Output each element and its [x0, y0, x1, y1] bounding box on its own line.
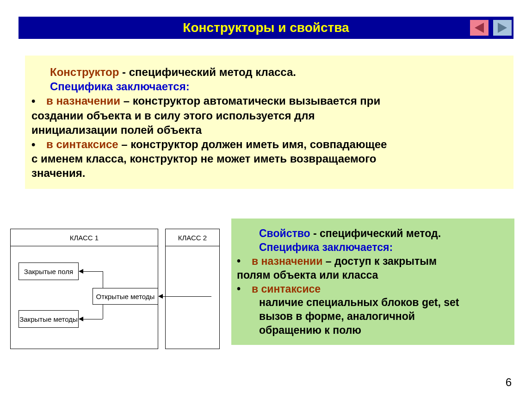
- constructor-info-box: Конструктор - специфический метод класса…: [25, 56, 513, 189]
- class1-header: КЛАСС 1: [10, 229, 158, 246]
- arrow-head-icon: [79, 317, 83, 321]
- g-bullet1-text-b: полям объекта или класса: [237, 269, 509, 282]
- triangle-right-icon: [498, 23, 507, 33]
- bullet1-emph: в назначении: [46, 94, 120, 107]
- open-methods-box: Открытые методы: [93, 288, 158, 305]
- bullet1-text-b: создании объекта и в силу этого использу…: [31, 108, 507, 123]
- bullet2-emph: в синтаксисе: [46, 138, 118, 150]
- bullet-icon: •: [237, 282, 252, 296]
- class2-header: КЛАСС 2: [165, 229, 220, 246]
- constructor-def: - специфический метод класса.: [119, 66, 296, 78]
- slide-title-bar: Конструкторы и свойства: [19, 17, 513, 39]
- triangle-left-icon: [475, 23, 484, 33]
- svg-marker-0: [475, 23, 484, 33]
- class2-body: [165, 246, 220, 349]
- arrow-line: [83, 271, 103, 272]
- g-bullet1-emph: в назначении: [252, 255, 322, 267]
- class-diagram: КЛАСС 1 КЛАСС 2 Закрытые поля Закрытые м…: [10, 229, 228, 349]
- arrow-line: [83, 319, 103, 319]
- prev-button[interactable]: [470, 20, 489, 36]
- bullet-icon: •: [31, 137, 46, 151]
- property-info-box: Свойство - специфический метод. Специфик…: [231, 219, 514, 345]
- bullet-icon: •: [237, 255, 252, 269]
- page-number: 6: [506, 376, 512, 389]
- arrow-line: [103, 271, 103, 288]
- specific-label: Специфика заключается:: [50, 80, 190, 93]
- bullet2-text-b: с именем класса, конструктор не может им…: [31, 151, 507, 166]
- property-term: Свойство: [259, 227, 310, 239]
- g-sub2: вызов в форме, аналогичной: [259, 310, 509, 324]
- property-def: - специфический метод.: [310, 227, 441, 239]
- bullet1-text-a: – конструктор автоматически вызывается п…: [120, 94, 380, 107]
- arrow-line: [103, 305, 103, 319]
- closed-fields-box: Закрытые поля: [19, 262, 79, 280]
- g-sub1: наличие специальных блоков get, set: [259, 296, 509, 310]
- next-button[interactable]: [493, 20, 512, 36]
- nav-buttons: [470, 20, 512, 36]
- bullet2-text-c: значения.: [31, 166, 507, 180]
- bullet1-text-c: инициализации полей объекта: [31, 123, 507, 137]
- arrow-head-icon: [158, 294, 163, 299]
- constructor-term: Конструктор: [50, 66, 119, 78]
- bullet-icon: •: [31, 94, 46, 108]
- slide-title: Конструкторы и свойства: [183, 20, 349, 35]
- arrow-head-icon: [79, 269, 83, 274]
- arrow-line: [163, 296, 211, 297]
- g-bullet1-text-a: – доступ к закрытым: [322, 255, 437, 267]
- svg-marker-1: [498, 23, 507, 33]
- g-bullet2-emph: в синтаксисе: [252, 283, 321, 295]
- g-sub3: обращению к полю: [259, 324, 509, 338]
- g-specific-label: Специфика заключается:: [259, 241, 393, 253]
- closed-methods-box: Закрытые методы: [19, 310, 79, 328]
- bullet2-text-a: – конструктор должен иметь имя, совпадаю…: [118, 138, 387, 150]
